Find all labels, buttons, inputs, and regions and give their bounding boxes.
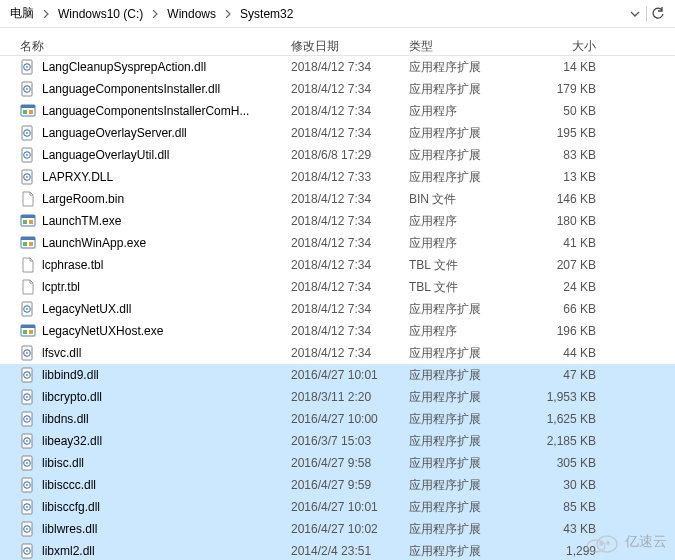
gear-page-icon [20,367,36,383]
file-date: 2018/4/12 7:34 [283,188,401,210]
file-row[interactable]: libeay32.dll2016/3/7 15:03应用程序扩展2,185 KB [0,430,675,452]
gear-page-icon [20,59,36,75]
file-row[interactable]: libdns.dll2016/4/27 10:00应用程序扩展1,625 KB [0,408,675,430]
file-size: 24 KB [516,276,616,298]
file-row[interactable]: liblwres.dll2016/4/27 10:02应用程序扩展43 KB [0,518,675,540]
file-row[interactable]: LegacyNetUXHost.exe2018/4/12 7:34应用程序196… [0,320,675,342]
watermark: 亿速云 [583,530,667,554]
file-row[interactable]: lfsvc.dll2018/4/12 7:34应用程序扩展44 KB [0,342,675,364]
svg-rect-24 [21,237,35,240]
file-row[interactable]: lcptr.tbl2018/4/12 7:34TBL 文件24 KB [0,276,675,298]
file-row[interactable]: libisc.dll2016/4/27 9:58应用程序扩展305 KB [0,452,675,474]
file-row[interactable]: LaunchTM.exe2018/4/12 7:34应用程序180 KB [0,210,675,232]
refresh-icon[interactable] [651,7,665,21]
file-date: 2018/4/12 7:34 [283,100,401,122]
file-date: 2018/4/12 7:34 [283,122,401,144]
file-size: 66 KB [516,298,616,320]
svg-point-29 [26,308,28,310]
file-icon [20,191,36,207]
svg-point-51 [26,462,28,464]
gear-page-icon [20,389,36,405]
breadcrumb-item[interactable]: Windows10 (C:) [52,5,149,23]
file-size: 196 KB [516,320,616,342]
file-row[interactable]: LangCleanupSysprepAction.dll2018/4/12 7:… [0,56,675,78]
file-row[interactable]: LegacyNetUX.dll2018/4/12 7:34应用程序扩展66 KB [0,298,675,320]
file-size: 83 KB [516,144,616,166]
breadcrumb-item[interactable]: Windows [161,5,222,23]
file-size: 180 KB [516,210,616,232]
file-name: lcphrase.tbl [42,258,103,272]
file-row[interactable]: libcrypto.dll2018/3/11 2:20应用程序扩展1,953 K… [0,386,675,408]
file-row[interactable]: LanguageOverlayServer.dll2018/4/12 7:34应… [0,122,675,144]
file-date: 2018/4/12 7:34 [283,78,401,100]
file-size: 1,953 KB [516,386,616,408]
file-name: LegacyNetUX.dll [42,302,131,316]
svg-point-2 [26,66,28,68]
file-row[interactable]: LanguageComponentsInstaller.dll2018/4/12… [0,78,675,100]
chevron-right-icon[interactable] [224,10,232,18]
file-row[interactable]: LanguageComponentsInstallerComH...2018/4… [0,100,675,122]
gear-page-icon [20,477,36,493]
file-name: libisc.dll [42,456,84,470]
svg-point-60 [26,528,28,530]
svg-point-57 [26,506,28,508]
file-list: LangCleanupSysprepAction.dll2018/4/12 7:… [0,56,675,560]
file-date: 2018/4/12 7:34 [283,254,401,276]
file-name: LaunchTM.exe [42,214,121,228]
separator [646,6,647,22]
file-row[interactable]: LanguageOverlayUtil.dll2018/6/8 17:29应用程… [0,144,675,166]
file-size: 41 KB [516,232,616,254]
file-row[interactable]: libisccfg.dll2016/4/27 10:01应用程序扩展85 KB [0,496,675,518]
file-date: 2018/4/12 7:34 [283,298,401,320]
app-icon [20,323,36,339]
file-row[interactable]: libisccc.dll2016/4/27 9:59应用程序扩展30 KB [0,474,675,496]
svg-rect-22 [29,220,33,224]
chevron-down-icon[interactable] [628,7,642,21]
svg-rect-9 [29,110,33,114]
file-date: 2016/4/27 10:01 [283,364,401,386]
svg-rect-8 [23,110,27,114]
file-size: 50 KB [516,100,616,122]
gear-page-icon [20,125,36,141]
file-name: LanguageComponentsInstaller.dll [42,82,220,96]
watermark-text: 亿速云 [625,533,667,551]
file-name: libdns.dll [42,412,89,426]
chevron-right-icon[interactable] [151,10,159,18]
file-name: LegacyNetUXHost.exe [42,324,163,338]
svg-rect-33 [29,330,33,334]
gear-page-icon [20,301,36,317]
file-date: 2016/4/27 10:00 [283,408,401,430]
gear-page-icon [20,499,36,515]
file-date: 2016/4/27 10:01 [283,496,401,518]
file-icon [20,257,36,273]
gear-page-icon [20,147,36,163]
svg-rect-26 [29,242,33,246]
file-row[interactable]: libbind9.dll2016/4/27 10:01应用程序扩展47 KB [0,364,675,386]
file-row[interactable]: LargeRoom.bin2018/4/12 7:34BIN 文件146 KB [0,188,675,210]
file-name: LanguageOverlayUtil.dll [42,148,169,162]
file-row[interactable]: lcphrase.tbl2018/4/12 7:34TBL 文件207 KB [0,254,675,276]
file-size: 2,185 KB [516,430,616,452]
svg-point-5 [26,88,28,90]
file-name: libeay32.dll [42,434,102,448]
breadcrumb-item[interactable]: System32 [234,5,299,23]
file-size: 207 KB [516,254,616,276]
breadcrumb-item[interactable]: 电脑 [4,3,40,24]
chevron-right-icon[interactable] [42,10,50,18]
svg-rect-32 [23,330,27,334]
file-size: 44 KB [516,342,616,364]
svg-point-12 [26,132,28,134]
file-size: 30 KB [516,474,616,496]
file-row[interactable]: LaunchWinApp.exe2018/4/12 7:34应用程序41 KB [0,232,675,254]
file-name: LanguageOverlayServer.dll [42,126,187,140]
file-name: libbind9.dll [42,368,99,382]
file-name: LAPRXY.DLL [42,170,113,184]
file-size: 195 KB [516,122,616,144]
file-icon [20,279,36,295]
file-date: 2018/4/12 7:34 [283,276,401,298]
file-date: 2016/4/27 10:02 [283,518,401,540]
svg-point-63 [26,550,28,552]
file-row[interactable]: LAPRXY.DLL2018/4/12 7:33应用程序扩展13 KB [0,166,675,188]
file-size: 146 KB [516,188,616,210]
file-row[interactable]: libxml2.dll2014/2/4 23:51应用程序扩展1,299 [0,540,675,560]
